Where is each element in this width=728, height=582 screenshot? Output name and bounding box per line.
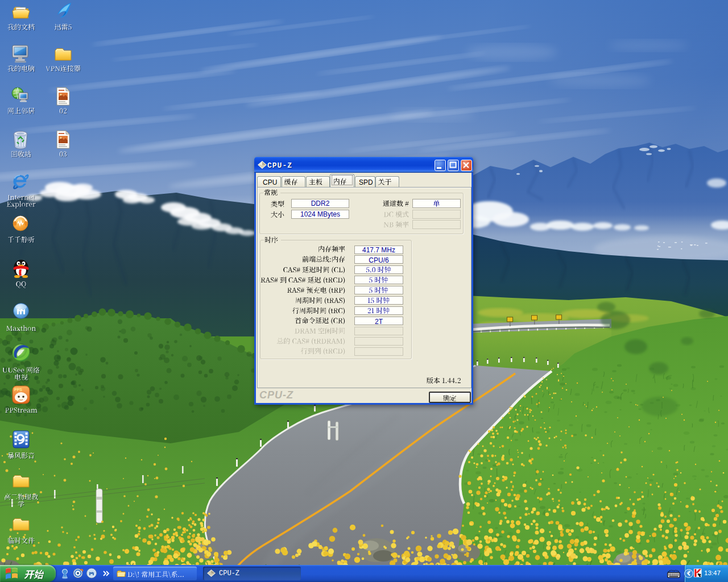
svg-text:PPS: PPS: [14, 388, 22, 392]
